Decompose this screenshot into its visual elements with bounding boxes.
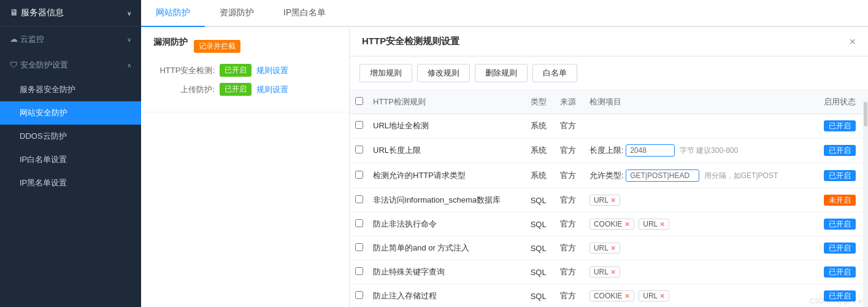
col-rule: HTTP检测规则	[368, 90, 526, 114]
whitelist-button[interactable]: 白名单	[532, 64, 577, 82]
server-icon: 🖥 服务器信息	[10, 7, 64, 18]
url-tag: URL ✕	[639, 219, 669, 230]
edit-rule-button[interactable]: 修改规则	[417, 64, 470, 82]
table-row: 防止注入存储过程 SQL 官方 COOKIE ✕ URL ✕ 已开启	[350, 284, 868, 308]
remove-url-tag[interactable]: ✕	[610, 268, 616, 276]
col-detect: 检测项目	[585, 90, 812, 114]
status-badge-on: 已开启	[824, 145, 856, 156]
row-checkbox[interactable]	[355, 267, 363, 275]
chevron-up-icon: ∧	[127, 62, 131, 69]
row-check[interactable]	[350, 114, 368, 138]
col-source: 来源	[555, 90, 585, 114]
chevron-icon: ∨	[127, 10, 131, 17]
table-row: 检测允许的HTTP请求类型 系统 官方 允许类型: 用分隔，如GET|POST …	[350, 163, 868, 188]
rule-status: 已开启	[812, 260, 868, 284]
rule-detect: URL ✕	[585, 260, 812, 284]
content-area: 漏洞防护 记录并拦截 HTTP安全检测: 已开启 规则设置 上传防护: 已开启 …	[141, 27, 868, 307]
sidebar-item-ip-blacklist[interactable]: IP黑名单设置	[0, 171, 141, 195]
row-checkbox[interactable]	[355, 146, 363, 154]
table-row: 防止特殊关键字查询 SQL 官方 URL ✕ 已开启	[350, 260, 868, 284]
select-all-checkbox[interactable]	[355, 97, 363, 105]
length-input[interactable]	[626, 144, 675, 157]
tab-website-protect[interactable]: 网站防护	[141, 0, 205, 27]
add-rule-button[interactable]: 增加规则	[359, 64, 412, 82]
right-panel-title: HTTP安全检测规则设置	[362, 36, 459, 47]
remove-url-tag[interactable]: ✕	[610, 244, 616, 252]
rule-name: 防止非法执行命令	[368, 212, 526, 236]
sidebar-item-ip-whitelist[interactable]: IP白名单设置	[0, 148, 141, 171]
col-status: 启用状态	[812, 90, 868, 114]
rule-status: 已开启	[812, 236, 868, 260]
rule-name: 防止注入存储过程	[368, 284, 526, 308]
remove-url-tag[interactable]: ✕	[659, 292, 665, 300]
sidebar-item-security-settings[interactable]: 🛡 安全防护设置 ∧	[0, 52, 141, 78]
rule-source: 官方	[555, 163, 585, 188]
scroll-thumb[interactable]	[864, 102, 867, 126]
sidebar-item-server-info[interactable]: 🖥 服务器信息 ∨	[0, 0, 141, 26]
rule-source: 官方	[555, 236, 585, 260]
row-checkbox[interactable]	[355, 243, 363, 251]
rule-name: 防止特殊关键字查询	[368, 260, 526, 284]
url-tag: URL ✕	[590, 195, 620, 206]
methods-input[interactable]	[626, 169, 699, 182]
tab-ip-blacklist[interactable]: IP黑白名单	[269, 0, 340, 27]
rule-name: URL长度上限	[368, 138, 526, 163]
remove-cookie-tag[interactable]: ✕	[624, 220, 630, 228]
rule-type: SQL	[526, 236, 555, 260]
tab-resource-protect[interactable]: 资源防护	[205, 0, 269, 27]
http-detect-rules-link[interactable]: 规则设置	[256, 65, 288, 76]
remove-cookie-tag[interactable]: ✕	[624, 292, 630, 300]
detect-label: 允许类型:	[590, 171, 624, 180]
status-badge-on: 已开启	[824, 243, 856, 254]
table-row: 非法访问information_schema数据库 SQL 官方 URL ✕ 未…	[350, 188, 868, 212]
rule-type: 系统	[526, 138, 555, 163]
table-row: URL地址全检测 系统 官方 已开启	[350, 114, 868, 138]
status-badge-on: 已开启	[824, 219, 856, 230]
table-row: 防止非法执行命令 SQL 官方 COOKIE ✕ URL ✕ 已开启	[350, 212, 868, 236]
status-badge-off: 未开启	[824, 195, 856, 206]
rule-detect: 允许类型: 用分隔，如GET|POST	[585, 163, 812, 188]
close-button[interactable]: ×	[849, 36, 856, 47]
rule-status: 已开启	[812, 212, 868, 236]
vulnerability-section: 漏洞防护 记录并拦截 HTTP安全检测: 已开启 规则设置 上传防护: 已开启 …	[141, 27, 349, 112]
row-checkbox[interactable]	[355, 195, 363, 203]
detect-label: 长度上限:	[590, 146, 624, 155]
status-badge-on: 已开启	[824, 266, 856, 278]
rule-type: SQL	[526, 284, 555, 308]
http-detect-status: 已开启	[220, 64, 252, 77]
remove-url-tag[interactable]: ✕	[659, 220, 665, 228]
sidebar-item-server-security[interactable]: 服务器安全防护	[0, 78, 141, 101]
upload-protect-rules-link[interactable]: 规则设置	[256, 84, 288, 95]
detect-hint: 字节 建议300-800	[680, 146, 738, 155]
rule-type: SQL	[526, 188, 555, 212]
remove-url-tag[interactable]: ✕	[610, 196, 616, 204]
rule-status: 已开启	[812, 114, 868, 138]
row-checkbox[interactable]	[355, 291, 363, 299]
top-tabs: 网站防护 资源防护 IP黑白名单	[141, 0, 868, 27]
delete-rule-button[interactable]: 删除规则	[475, 64, 528, 82]
rule-source: 官方	[555, 114, 585, 138]
toolbar: 增加规则 修改规则 删除规则 白名单	[350, 56, 868, 90]
rules-table-container[interactable]: HTTP检测规则 类型 来源 检测项目 启用状态 URL地址全检测 系统	[350, 90, 868, 307]
rule-status: 未开启	[812, 188, 868, 212]
chevron-down-icon: ∨	[127, 36, 131, 43]
sidebar-item-ddos[interactable]: DDOS云防护	[0, 125, 141, 148]
rule-status: 已开启	[812, 284, 868, 308]
cloud-icon: ☁ 云监控	[10, 34, 44, 45]
upload-protect-label: 上传防护:	[153, 84, 215, 95]
sidebar-item-cloud-monitor[interactable]: ☁ 云监控 ∨	[0, 26, 141, 52]
rule-detect: COOKIE ✕ URL ✕	[585, 284, 812, 308]
scroll-indicator	[863, 101, 868, 307]
sidebar-item-website-security[interactable]: 网站安全防护	[0, 101, 141, 125]
row-checkbox[interactable]	[355, 121, 363, 129]
row-checkbox[interactable]	[355, 171, 363, 179]
left-panel: 漏洞防护 记录并拦截 HTTP安全检测: 已开启 规则设置 上传防护: 已开启 …	[141, 27, 350, 307]
rule-type: SQL	[526, 260, 555, 284]
row-checkbox[interactable]	[355, 219, 363, 227]
rule-type: 系统	[526, 163, 555, 188]
http-detect-label: HTTP安全检测:	[153, 65, 215, 76]
rule-status: 已开启	[812, 138, 868, 163]
upload-protect-status: 已开启	[220, 83, 252, 96]
rule-detect: URL ✕	[585, 236, 812, 260]
rule-source: 官方	[555, 188, 585, 212]
